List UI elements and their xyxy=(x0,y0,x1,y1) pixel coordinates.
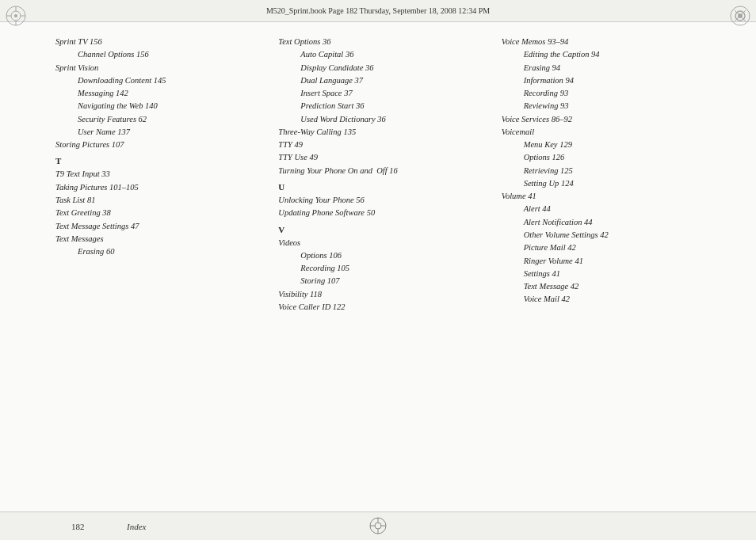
index-entry: Dual Language 37 xyxy=(278,74,485,87)
page: M520_Sprint.book Page 182 Thursday, Sept… xyxy=(0,0,756,540)
column-2: Text Options 36Auto Capital 36Display Ca… xyxy=(278,36,501,504)
index-entry: T9 Text Input 33 xyxy=(55,168,262,181)
index-entry: Menu Key 129 xyxy=(502,139,708,151)
index-entry: U xyxy=(278,181,485,194)
index-entry: Voice Memos 93–94 xyxy=(502,36,708,48)
index-entry: Erasing 60 xyxy=(55,245,262,258)
index-entry: Prediction Start 36 xyxy=(278,100,485,112)
index-entry: Navigating the Web 140 xyxy=(55,100,262,112)
index-entry: Reviewing 93 xyxy=(502,100,708,112)
index-entry: Settings 41 xyxy=(502,268,708,280)
index-entry: Three-Way Calling 135 xyxy=(278,126,485,139)
index-entry: Setting Up 124 xyxy=(502,177,708,190)
top-bar: M520_Sprint.book Page 182 Thursday, Sept… xyxy=(0,0,756,22)
index-entry: Alert 44 xyxy=(502,203,708,215)
index-entry: Downloading Content 145 xyxy=(55,74,262,87)
page-number: 182 xyxy=(71,522,85,531)
index-entry: Sprint TV 156 xyxy=(55,36,262,48)
index-entry: V xyxy=(278,223,485,237)
index-entry: Options 126 xyxy=(502,151,708,164)
svg-point-9 xyxy=(738,13,743,18)
index-entry: Task List 81 xyxy=(55,194,262,207)
index-entry: TTY Use 49 xyxy=(278,151,485,164)
index-entry: User Name 137 xyxy=(55,126,262,139)
index-entry: Messaging 142 xyxy=(55,87,262,100)
index-entry: TTY 49 xyxy=(278,139,485,151)
index-entry: Channel Options 156 xyxy=(55,48,262,61)
top-bar-text: M520_Sprint.book Page 182 Thursday, Sept… xyxy=(266,6,490,15)
index-entry: Turning Your Phone On and Off 16 xyxy=(278,165,485,177)
index-entry: Erasing 94 xyxy=(502,62,708,74)
corner-tr-decoration xyxy=(726,2,754,30)
index-entry: Taking Pictures 101–105 xyxy=(55,181,262,194)
column-3: Voice Memos 93–94Editing the Caption 94E… xyxy=(502,36,724,504)
index-entry: Other Volume Settings 42 xyxy=(502,229,708,241)
index-entry: Editing the Caption 94 xyxy=(502,48,708,61)
index-entry: Voice Caller ID 122 xyxy=(278,301,485,314)
index-entry: Text Messages xyxy=(55,233,262,245)
index-entry: Retrieving 125 xyxy=(502,165,708,177)
index-entry: Text Greeting 38 xyxy=(55,207,262,219)
index-entry: Text Message Settings 47 xyxy=(55,220,262,233)
index-entry: Ringer Volume 41 xyxy=(502,255,708,268)
index-entry: Storing 107 xyxy=(278,275,485,287)
index-entry: Alert Notification 44 xyxy=(502,216,708,229)
svg-point-21 xyxy=(375,523,381,529)
index-entry: Visibility 118 xyxy=(278,288,485,301)
index-entry: Display Candidate 36 xyxy=(278,62,485,74)
column-1: Sprint TV 156Channel Options 156Sprint V… xyxy=(55,36,278,504)
index-entry: Insert Space 37 xyxy=(278,87,485,100)
index-entry: Security Features 62 xyxy=(55,113,262,126)
index-entry: Unlocking Your Phone 56 xyxy=(278,194,485,207)
index-entry: Information 94 xyxy=(502,74,708,87)
bottom-bar: 182 Index xyxy=(0,511,756,540)
index-entry: Videos xyxy=(278,237,485,249)
index-entry: Voicemail xyxy=(502,126,708,139)
index-entry: T xyxy=(55,154,262,168)
index-entry: Recording 105 xyxy=(278,262,485,275)
index-entry: Voice Mail 42 xyxy=(502,293,708,306)
index-label: Index xyxy=(127,522,146,531)
index-entry: Picture Mail 42 xyxy=(502,241,708,254)
index-entry: Sprint Vision xyxy=(55,62,262,74)
index-entry: Used Word Dictionary 36 xyxy=(278,113,485,126)
corner-tl-decoration xyxy=(2,2,30,30)
svg-point-2 xyxy=(14,14,17,17)
index-entry: Updating Phone Software 50 xyxy=(278,207,485,219)
index-entry: Volume 41 xyxy=(502,190,708,203)
content-area: Sprint TV 156Channel Options 156Sprint V… xyxy=(55,36,724,504)
index-entry: Auto Capital 36 xyxy=(278,48,485,61)
center-bottom-decoration xyxy=(367,515,389,537)
index-entry: Text Message 42 xyxy=(502,280,708,293)
index-entry: Recording 93 xyxy=(502,87,708,100)
index-entry: Voice Services 86–92 xyxy=(502,113,708,126)
index-entry: Storing Pictures 107 xyxy=(55,139,262,151)
index-entry: Text Options 36 xyxy=(278,36,485,48)
index-entry: Options 106 xyxy=(278,249,485,262)
